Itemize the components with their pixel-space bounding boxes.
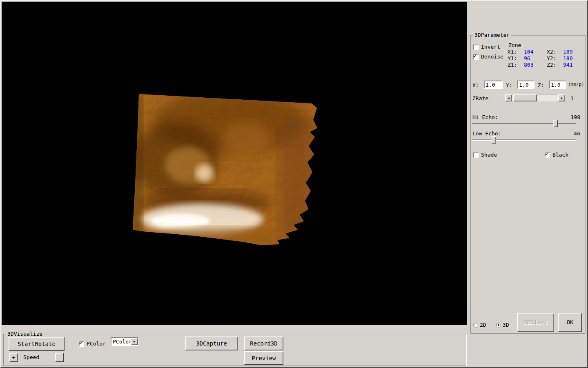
zone-title: Zone bbox=[508, 42, 521, 48]
zone-x1-value: 104 bbox=[524, 49, 533, 55]
arrow-right-icon: ▶ bbox=[561, 96, 562, 100]
ultrasound-3d-render bbox=[2, 2, 467, 325]
pcolor-dropdown-value: PColor bbox=[113, 339, 132, 345]
start-3d-button[interactable]: 3DStart bbox=[517, 313, 554, 332]
scale-x-label: X: bbox=[472, 82, 479, 88]
chevron-down-icon: ▼ bbox=[133, 340, 135, 343]
speed-minus-button[interactable]: - bbox=[55, 353, 64, 362]
parameter-group-title: 3DParameter bbox=[473, 32, 511, 38]
zrate-value: 1 bbox=[570, 95, 574, 101]
preview-button[interactable]: Preview bbox=[244, 351, 283, 365]
zone-y2-value: 180 bbox=[563, 55, 572, 61]
low-echo-slider-thumb[interactable] bbox=[492, 136, 496, 144]
denoise-label: Denoise bbox=[481, 54, 503, 60]
zone-z2-value: 941 bbox=[563, 62, 572, 68]
zone-z1-label: Z1: bbox=[508, 62, 517, 68]
low-echo-slider-track[interactable] bbox=[472, 139, 576, 140]
mode-3d-radio[interactable] bbox=[496, 323, 501, 328]
hi-echo-label: Hi Echo: bbox=[472, 114, 498, 120]
scale-unit-label: (mm/p) bbox=[568, 82, 584, 87]
hi-echo-slider-thumb[interactable] bbox=[553, 120, 558, 127]
invert-checkbox[interactable] bbox=[473, 45, 479, 50]
zone-x1-label: X1: bbox=[508, 49, 517, 55]
visualize-group-title: 3DVisualize bbox=[6, 331, 44, 337]
hi-echo-slider-track[interactable] bbox=[472, 123, 576, 124]
pcolor-checkbox-label: PColor bbox=[87, 341, 106, 347]
start-rotate-button[interactable]: StartRotate bbox=[9, 337, 65, 351]
record-3d-button[interactable]: Record3D bbox=[244, 337, 283, 350]
zrate-label: ZRate bbox=[472, 95, 488, 101]
pcolor-checkbox[interactable]: ✔ bbox=[79, 341, 84, 347]
black-checkbox[interactable]: ✔ bbox=[545, 153, 550, 158]
zone-x2-label: X2: bbox=[547, 49, 556, 55]
zone-z1-value: 803 bbox=[524, 62, 533, 68]
low-echo-value: 46 bbox=[567, 130, 580, 137]
zrate-scroll-thumb[interactable] bbox=[513, 94, 537, 101]
mode-2d-radio[interactable] bbox=[473, 323, 478, 328]
scale-y-label: Y: bbox=[506, 82, 512, 88]
zrate-scrollbar[interactable]: ◀ ▶ bbox=[505, 94, 565, 101]
arrow-left-icon: ◀ bbox=[508, 96, 509, 100]
invert-label: Invert bbox=[481, 44, 500, 50]
radio-dot-icon bbox=[498, 324, 499, 326]
zone-y2-label: Y2: bbox=[547, 55, 556, 61]
dropdown-arrow-button[interactable]: ▼ bbox=[131, 338, 138, 345]
capture-3d-button[interactable]: 3DCapture bbox=[185, 337, 238, 350]
scale-y-input[interactable] bbox=[517, 81, 535, 89]
mode-3d-label: 3D bbox=[503, 322, 509, 328]
scale-z-input[interactable] bbox=[549, 81, 566, 89]
ok-button[interactable]: OK bbox=[558, 313, 582, 332]
zone-z2-label: Z2: bbox=[547, 62, 556, 68]
zone-y1-label: Y1: bbox=[508, 55, 517, 61]
check-icon: ✔ bbox=[474, 54, 477, 59]
denoise-checkbox[interactable]: ✔ bbox=[473, 54, 479, 60]
shade-label: Shade bbox=[481, 152, 497, 158]
zrate-scroll-right-button[interactable]: ▶ bbox=[558, 94, 565, 101]
pcolor-dropdown[interactable]: PColor ▼ bbox=[111, 337, 138, 346]
speed-plus-button[interactable]: + bbox=[9, 353, 18, 362]
check-icon: ✔ bbox=[79, 341, 82, 346]
render-viewport[interactable] bbox=[2, 2, 467, 325]
black-label: Black bbox=[552, 152, 568, 158]
hi-echo-value: 198 bbox=[567, 114, 580, 120]
speed-label: Speed bbox=[23, 354, 39, 360]
check-icon: ✔ bbox=[545, 152, 548, 157]
shade-checkbox[interactable] bbox=[473, 153, 479, 158]
low-echo-label: Low Echo: bbox=[472, 130, 501, 137]
mode-2d-label: 2D bbox=[480, 322, 486, 328]
zone-x2-value: 189 bbox=[563, 49, 572, 55]
zone-y1-value: 96 bbox=[524, 55, 530, 61]
scale-z-label: Z: bbox=[538, 82, 544, 88]
visualize-groupbox: 3DVisualize StartRotate ✔ PColor PColor … bbox=[3, 334, 466, 366]
zrate-scroll-left-button[interactable]: ◀ bbox=[505, 94, 512, 101]
scale-x-input[interactable] bbox=[484, 81, 503, 89]
parameter-groupbox: 3DParameter Invert ✔ Denoise Zone X1: 10… bbox=[470, 35, 586, 334]
